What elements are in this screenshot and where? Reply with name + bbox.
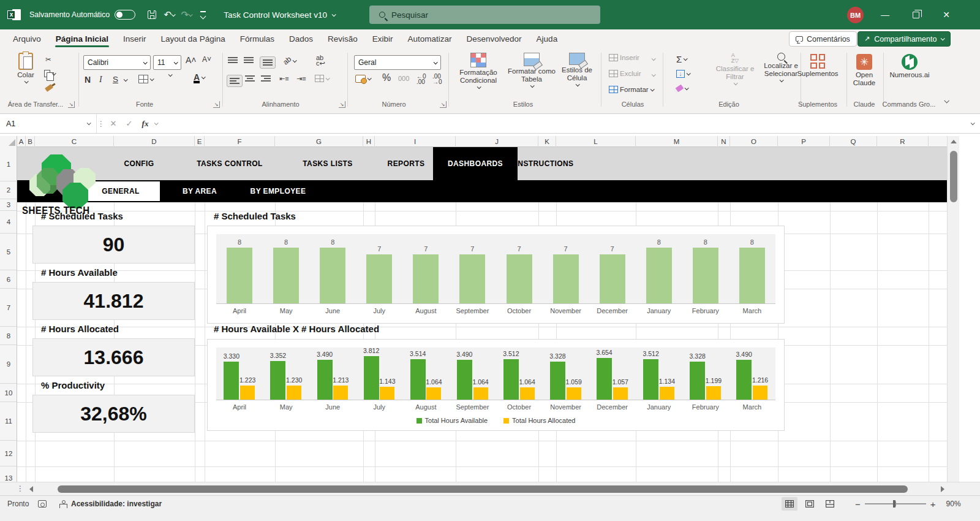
chart1[interactable]: 888777777888AprilMayJuneJulyAugustSeptem… [207,226,785,324]
menu-tab-inserir[interactable]: Inserir [116,32,153,46]
vertical-scroll-thumb[interactable] [950,151,957,202]
restore-button[interactable] [902,0,930,29]
chart2[interactable]: 3.3301.2233.3521.2303.4901.2133.8121.143… [207,339,785,431]
undo-chevron-icon[interactable] [172,12,176,17]
formula-bar-kebab-icon[interactable]: ⋮ [97,120,105,128]
sub-tab-by-area[interactable]: BY AREA [170,181,229,201]
row-header-2[interactable]: 2 [0,181,17,199]
excel-app-icon[interactable]: x [7,8,21,21]
column-header-F[interactable]: F [205,136,275,147]
column-header-H[interactable]: H [363,136,375,147]
align-center-button[interactable] [245,75,255,82]
numerous-button[interactable]: Numerous.ai [886,54,933,79]
vertical-scrollbar[interactable] [947,136,959,482]
align-left-button[interactable] [227,75,243,87]
merge-center-button[interactable] [315,75,329,82]
zoom-in-button[interactable]: + [930,499,936,509]
menu-tab-desenvolvedor[interactable]: Desenvolvedor [460,32,529,46]
column-header-L[interactable]: L [556,136,636,147]
comma-style-button[interactable]: 000 [398,75,409,82]
comments-button[interactable]: Comentários [789,31,857,47]
column-header-A[interactable]: A [17,136,26,147]
column-header-G[interactable]: G [275,136,363,147]
expand-formula-bar-icon[interactable] [971,121,975,125]
align-right-button[interactable] [261,75,271,82]
conditional-formatting-button[interactable]: Formatação Condicional [451,53,506,89]
row-header-4[interactable]: 4 [0,211,17,234]
zoom-level[interactable]: 90% [946,500,961,508]
insert-cells-button[interactable]: Inserir [609,54,639,61]
fill-color-button[interactable] [167,74,172,77]
row-header-12[interactable]: 12 [0,441,17,466]
menu-tab-exibir[interactable]: Exibir [366,32,400,46]
row-header-9[interactable]: 9 [0,345,17,384]
formula-input[interactable] [157,114,971,133]
delete-cells-chevron-icon[interactable] [652,72,656,77]
column-header-P[interactable]: P [778,136,830,147]
cell-styles-button[interactable]: Estilos de Célula [556,53,598,86]
menu-tab-revisão[interactable]: Revisão [321,32,364,46]
addins-button[interactable]: Suplementos [794,54,842,78]
row-header-13[interactable]: 13 [0,466,17,482]
clipboard-dialog-launcher[interactable] [68,101,75,108]
redo-chevron-icon[interactable] [189,12,193,17]
clear-button[interactable] [676,86,688,91]
increase-indent-button[interactable]: ⇥≡ [296,75,306,83]
nav-tab-instructions[interactable]: INSTRUCTIONS [501,147,589,180]
row-header-10[interactable]: 10 [0,384,17,402]
number-format-select[interactable]: Geral [354,55,441,70]
decrease-font-button[interactable]: A˅ [202,55,211,64]
macro-record-button[interactable] [38,496,47,512]
column-header-M[interactable]: M [636,136,718,147]
menu-tab-ajuda[interactable]: Ajuda [530,32,565,46]
scroll-right-arrow[interactable] [941,486,944,492]
underline-chevron-icon[interactable] [124,77,128,82]
font-dialog-launcher[interactable] [213,101,220,108]
autosave-toggle-group[interactable]: Salvamento Automático [29,10,135,20]
enter-formula-button[interactable]: ✓ [121,119,137,128]
column-header-Q[interactable]: Q [830,136,877,147]
column-header-D[interactable]: D [114,136,195,147]
nav-tab-config[interactable]: CONFIG [109,147,168,180]
font-name-select[interactable]: Calibri [83,55,151,70]
alignment-dialog-launcher[interactable] [339,101,345,108]
page-break-view-button[interactable] [822,497,838,511]
format-painter-button[interactable] [45,86,53,90]
zoom-out-button[interactable]: − [855,499,861,509]
insert-cells-chevron-icon[interactable] [652,56,656,61]
row-header-3[interactable]: 3 [0,199,17,211]
decrease-indent-button[interactable]: ⇤≡ [279,75,289,83]
column-header-O[interactable]: O [730,136,778,147]
nav-tab-tasks-control[interactable]: TASKS CONTROL [182,147,277,180]
copy-button[interactable] [44,70,55,77]
cancel-formula-button[interactable]: ✕ [105,119,121,128]
align-bottom-button[interactable] [260,56,276,69]
open-claude-button[interactable]: ✳ Open Claude [848,54,881,87]
decrease-decimal-button[interactable]: .00→0 [432,74,442,85]
scroll-left-arrow[interactable] [29,486,33,492]
menu-tab-fórmulas[interactable]: Fórmulas [233,32,281,46]
cut-button[interactable]: ✂ [45,55,51,64]
increase-decimal-button[interactable]: ←0.00 [417,74,426,85]
close-button[interactable]: ✕ [932,0,960,29]
collapse-ribbon-chevron-icon[interactable] [944,98,949,103]
nav-tab-tasks-lists[interactable]: TASKS LISTS [288,147,368,180]
align-middle-button[interactable] [244,56,254,64]
name-box[interactable]: A1 [0,114,97,133]
paste-button[interactable]: Colar [10,53,42,83]
document-title[interactable]: Task Control Worksheet v10 [224,10,335,20]
align-top-button[interactable] [228,56,238,64]
sheet-grid[interactable]: CONFIGTASKS CONTROLTASKS LISTSREPORTSDAS… [17,147,947,482]
row-header-5[interactable]: 5 [0,234,17,270]
format-as-table-button[interactable]: Formatar como Tabela [506,53,557,88]
menu-tab-página-inicial[interactable]: Página Inicial [49,32,115,46]
customize-qat-button[interactable] [197,7,210,22]
column-header-E[interactable]: E [195,136,205,147]
normal-view-button[interactable] [782,497,797,511]
row-header-11[interactable]: 11 [0,402,17,441]
redo-button[interactable]: ↷ [179,7,193,22]
scroll-up-arrow[interactable] [951,140,957,143]
menu-tab-layout-da-página[interactable]: Layout da Página [154,32,232,46]
horizontal-scrollbar[interactable]: ⋮ [0,482,980,495]
column-header-B[interactable]: B [26,136,35,147]
